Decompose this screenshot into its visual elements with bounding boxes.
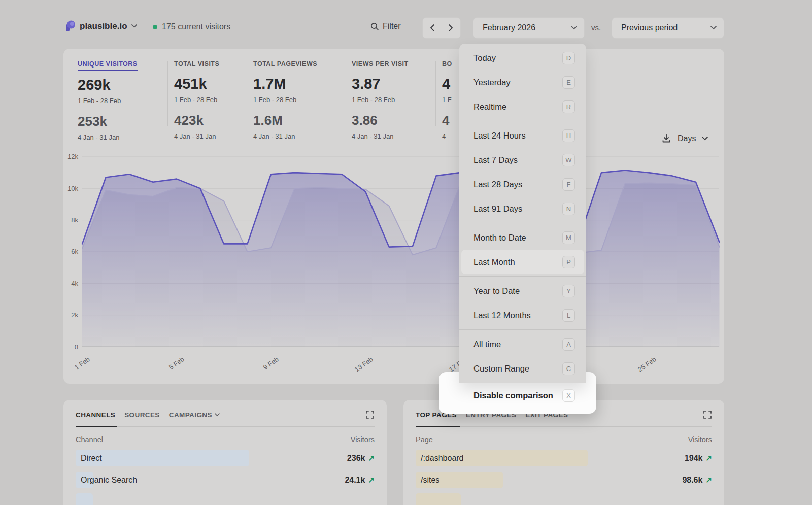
- stat-value: 4: [442, 76, 452, 92]
- metric-column-label: Visitors: [688, 435, 712, 444]
- row-bar: [416, 493, 461, 505]
- y-axis-tick-label: 6k: [71, 248, 78, 255]
- current-visitors[interactable]: 175 current visitors: [153, 22, 230, 31]
- stat-prev-range: 4 Jan - 31 Jan: [253, 132, 317, 140]
- menu-item-last-12-months[interactable]: Last 12 MonthsL: [459, 303, 586, 327]
- stat-range: 1 Feb - 28 Feb: [78, 97, 138, 105]
- menu-item-realtime[interactable]: RealtimeR: [459, 94, 586, 119]
- date-range-value: February 2026: [483, 23, 535, 32]
- row-label: Organic Search: [81, 476, 137, 485]
- row-value: 98.6k↗: [682, 476, 712, 485]
- search-icon: [370, 22, 379, 31]
- shortcut-key-badge: M: [562, 231, 575, 244]
- table-row[interactable]: Direct236k↗: [76, 450, 375, 466]
- x-axis-tick-label: 13 Feb: [353, 355, 375, 372]
- shortcut-key-badge: E: [562, 76, 575, 89]
- shortcut-key-badge: C: [562, 362, 575, 375]
- table-row[interactable]: [416, 493, 712, 505]
- chevron-down-icon: [215, 413, 220, 417]
- stat-prev-value: 1.6M: [253, 113, 317, 128]
- stat-unique-visitors[interactable]: UNIQUE VISITORS 269k 1 Feb - 28 Feb 253k…: [78, 59, 138, 141]
- menu-item-all-time[interactable]: All timeA: [459, 332, 586, 356]
- site-switcher[interactable]: plausible.io: [65, 20, 137, 32]
- stat-bounce-rate-partial[interactable]: BO 4 1 F 4 4: [442, 59, 452, 140]
- chevron-down-icon: [131, 24, 137, 28]
- menu-item-today[interactable]: TodayD: [459, 46, 586, 70]
- filter-label: Filter: [383, 22, 401, 31]
- menu-section: Month to DateMLast MonthP: [459, 223, 586, 276]
- interval-select[interactable]: Days: [678, 134, 696, 143]
- menu-item-label: Year to Date: [473, 286, 520, 296]
- menu-item-month-to-date[interactable]: Month to DateM: [459, 225, 586, 250]
- current-period-area: [82, 171, 720, 347]
- table-row[interactable]: /:dashboard194k↗: [416, 450, 712, 466]
- stat-range: 1 F: [442, 96, 452, 104]
- menu-section: TodayDYesterdayERealtimeR: [459, 44, 586, 121]
- stat-value: 451k: [174, 76, 219, 92]
- menu-item-label: Last 91 Days: [473, 204, 522, 214]
- menu-item-label: Disable comparison: [473, 391, 553, 400]
- stat-range: 1 Feb - 28 Feb: [352, 96, 409, 104]
- menu-item-custom-range[interactable]: Custom RangeC: [459, 356, 586, 381]
- prev-period-arrow-button[interactable]: [430, 24, 434, 31]
- metric-column-label: Visitors: [351, 435, 375, 444]
- table-row[interactable]: /sites98.6k↗: [416, 472, 712, 488]
- stat-prev-value: 3.86: [352, 113, 409, 128]
- filter-button[interactable]: Filter: [370, 22, 401, 31]
- tabs-underline: [76, 426, 375, 427]
- x-axis-tick-label: 9 Feb: [262, 355, 280, 371]
- expand-icon[interactable]: [703, 410, 712, 419]
- stat-prev-value: 423k: [174, 113, 219, 128]
- visitors-chart[interactable]: 02k4k6k8k10k12k1 Feb5 Feb9 Feb13 Feb17 F…: [65, 150, 723, 372]
- chevron-down-icon: [710, 26, 717, 30]
- tab-campaigns-label: CAMPAIGNS: [169, 411, 212, 419]
- tab-campaigns[interactable]: CAMPAIGNS: [169, 411, 220, 419]
- stat-total-pageviews[interactable]: TOTAL PAGEVIEWS 1.7M 1 Feb - 28 Feb 1.6M…: [253, 59, 317, 140]
- stat-value: 269k: [78, 77, 138, 93]
- trend-up-icon: ↗: [705, 454, 712, 463]
- shortcut-key-badge: R: [562, 100, 575, 113]
- menu-item-last-24-hours[interactable]: Last 24 HoursH: [459, 123, 586, 148]
- stat-prev-range: 4 Jan - 31 Jan: [174, 132, 219, 140]
- table-row[interactable]: [76, 493, 375, 505]
- tab-channels[interactable]: CHANNELS: [76, 411, 115, 419]
- plausible-logo-icon: [65, 20, 76, 32]
- table-row[interactable]: Organic Search24.1k↗: [76, 472, 375, 488]
- y-axis-tick-label: 12k: [67, 153, 78, 160]
- x-axis-tick-label: 25 Feb: [636, 355, 658, 372]
- date-range-menu: TodayDYesterdayERealtimeRLast 24 HoursHL…: [459, 44, 586, 408]
- stat-total-visits[interactable]: TOTAL VISITS 451k 1 Feb - 28 Feb 423k 4 …: [174, 59, 219, 140]
- chart-toolbar: Days: [661, 133, 708, 144]
- menu-item-disable-comparison[interactable]: Disable comparison X: [459, 383, 586, 408]
- channels-panel: CHANNELS SOURCES CAMPAIGNS Channel Visit…: [63, 400, 387, 505]
- download-icon[interactable]: [661, 133, 671, 144]
- divider: [330, 61, 330, 126]
- tab-sources[interactable]: SOURCES: [124, 411, 160, 419]
- date-range-select[interactable]: February 2026: [473, 17, 585, 39]
- current-visitors-label: 175 current visitors: [162, 22, 230, 31]
- row-value-number: 194k: [685, 454, 703, 463]
- menu-item-last-91-days[interactable]: Last 91 DaysN: [459, 196, 586, 221]
- stat-views-per-visit[interactable]: VIEWS PER VISIT 3.87 1 Feb - 28 Feb 3.86…: [352, 59, 409, 140]
- stat-prev-range: 4 Jan - 31 Jan: [78, 133, 138, 141]
- menu-item-yesterday[interactable]: YesterdayE: [459, 70, 586, 94]
- shortcut-key-badge: L: [562, 309, 575, 322]
- stat-range: 1 Feb - 28 Feb: [174, 96, 219, 104]
- row-value: 24.1k↗: [345, 476, 375, 485]
- menu-item-label: Yesterday: [473, 78, 511, 87]
- row-label: /:dashboard: [421, 454, 464, 463]
- menu-item-year-to-date[interactable]: Year to DateY: [459, 279, 586, 303]
- menu-item-last-28-days[interactable]: Last 28 DaysF: [459, 172, 586, 196]
- x-axis-tick-label: 1 Feb: [73, 355, 91, 371]
- menu-item-last-month[interactable]: Last MonthP: [461, 250, 584, 274]
- comparison-select[interactable]: Previous period: [612, 17, 724, 39]
- expand-icon[interactable]: [365, 410, 375, 419]
- shortcut-key-badge: Y: [562, 285, 575, 297]
- stat-label: VIEWS PER VISIT: [352, 60, 409, 70]
- menu-item-last-7-days[interactable]: Last 7 DaysW: [459, 148, 586, 172]
- next-period-arrow-button[interactable]: [449, 24, 453, 31]
- menu-item-label: Realtime: [473, 102, 506, 112]
- x-axis-tick-label: 5 Feb: [167, 355, 186, 371]
- pages-panel: TOP PAGES ENTRY PAGES EXIT PAGES Page Vi…: [403, 400, 724, 505]
- shortcut-key-badge: P: [562, 256, 575, 268]
